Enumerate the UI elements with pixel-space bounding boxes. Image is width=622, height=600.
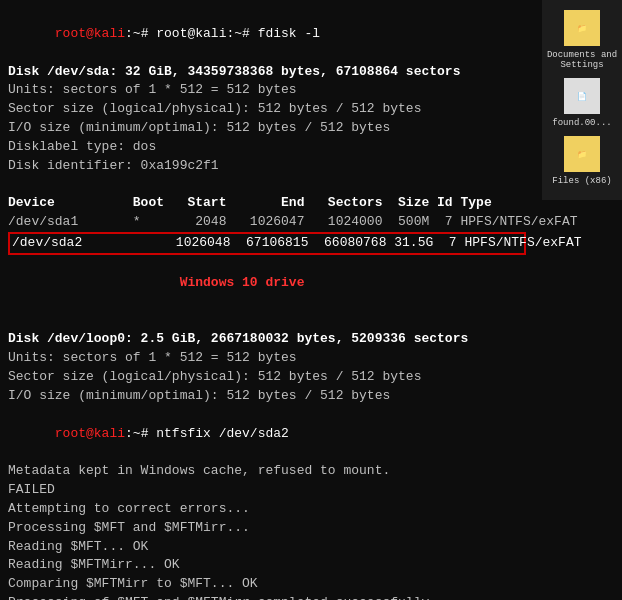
sidebar-item-documents: 📁 Documents and Settings xyxy=(546,10,618,70)
terminal-window: 📁 Documents and Settings 📄 found.00... 📁… xyxy=(0,0,622,600)
line-sda2: /dev/sda2 1026048 67106815 66080768 31.5… xyxy=(8,232,526,255)
line-metadata: FAILED xyxy=(8,481,614,500)
line-prompt2: root@kali:~# ntfsfix /dev/sda2 xyxy=(8,406,614,463)
line-sda1: /dev/sda1 * 2048 1026047 1024000 500M 7 … xyxy=(8,213,614,232)
line-prompt1: root@kali:~# root@kali:~# fdisk -l xyxy=(8,6,614,63)
line-disklabel1: Disklabel type: dos xyxy=(8,138,614,157)
line-failed: Attempting to correct errors... xyxy=(8,500,614,519)
line-comparing: Processing of $MFT and $MFTMirr complete… xyxy=(8,594,614,600)
line-units2: Units: sectors of 1 * 512 = 512 bytes xyxy=(8,349,614,368)
line-attempting: Processing $MFT and $MFTMirr... xyxy=(8,519,614,538)
line-reading-mftmirr: Comparing $MFTMirr to $MFT... OK xyxy=(8,575,614,594)
terminal-content: root@kali:~# root@kali:~# fdisk -l Disk … xyxy=(8,6,614,600)
line-io-size2: I/O size (minimum/optimal): 512 bytes / … xyxy=(8,387,614,406)
line-units1: Units: sectors of 1 * 512 = 512 bytes xyxy=(8,81,614,100)
line-windows-label: Windows 10 drive xyxy=(8,255,614,312)
line-disk1-header: Disk /dev/sda: 32 GiB, 34359738368 bytes… xyxy=(8,63,614,82)
file-icon: 📄 xyxy=(564,78,600,114)
prompt-user1: root@kali xyxy=(55,26,125,41)
sidebar-label-documents: Documents and Settings xyxy=(546,50,618,70)
line-sector-size1: Sector size (logical/physical): 512 byte… xyxy=(8,100,614,119)
sidebar-item-files: 📁 Files (x86) xyxy=(552,136,611,186)
line-io-size1: I/O size (minimum/optimal): 512 bytes / … xyxy=(8,119,614,138)
line-processing1: Reading $MFT... OK xyxy=(8,538,614,557)
sidebar-right: 📁 Documents and Settings 📄 found.00... 📁… xyxy=(542,0,622,200)
line-sector-size2: Sector size (logical/physical): 512 byte… xyxy=(8,368,614,387)
windows-drive-label: Windows 10 drive xyxy=(55,275,305,290)
folder-icon: 📁 xyxy=(564,10,600,46)
line-disk2-header: Disk /dev/loop0: 2.5 GiB, 2667180032 byt… xyxy=(8,330,614,349)
sidebar-label-found: found.00... xyxy=(552,118,611,128)
sidebar-item-found: 📄 found.00... xyxy=(552,78,611,128)
line-blank1 xyxy=(8,176,614,195)
prompt-user2: root@kali xyxy=(55,426,125,441)
sidebar-label-files: Files (x86) xyxy=(552,176,611,186)
line-reading-mft: Reading $MFTMirr... OK xyxy=(8,556,614,575)
line-table-header: Device Boot Start End Sectors Size Id Ty… xyxy=(8,194,614,213)
line-mounting: Metadata kept in Windows cache, refused … xyxy=(8,462,614,481)
folder-files-icon: 📁 xyxy=(564,136,600,172)
line-blank2 xyxy=(8,312,614,331)
line-diskid1: Disk identifier: 0xa199c2f1 xyxy=(8,157,614,176)
